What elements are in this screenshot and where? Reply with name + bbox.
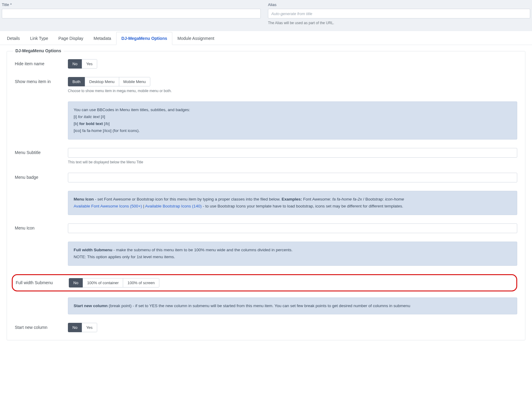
content-wrap: DJ-MegaMenu Options Hide item name No Ye… <box>0 45 532 352</box>
full-width-info-box: Full width Submenu - make the submenu of… <box>68 242 517 266</box>
label-menu-badge: Menu badge <box>15 173 68 180</box>
start-new-col-no[interactable]: No <box>68 323 82 332</box>
title-label: Title * <box>2 2 261 7</box>
title-input[interactable] <box>2 9 261 18</box>
full-width-box-note: NOTE: This option applies only for 1st l… <box>74 254 511 261</box>
alias-field-wrap: Alias The Alias will be used as part of … <box>268 2 530 25</box>
title-field-wrap: Title * <box>2 2 261 25</box>
row-menu-icon: Menu Icon <box>15 223 517 233</box>
label-start-new-column: Start new column <box>15 323 68 330</box>
row-menu-subtitle: Menu Subtitle This text will be displaye… <box>15 148 517 164</box>
alias-hint: The Alias will be used as part of the UR… <box>268 21 530 25</box>
top-fields: Title * Alias The Alias will be used as … <box>0 0 532 31</box>
full-width-group: No 100% of container 100% of screen <box>69 278 159 287</box>
tab-metadata[interactable]: Metadata <box>88 32 116 45</box>
show-in-mobile[interactable]: Mobile Menu <box>119 77 150 86</box>
row-menu-badge: Menu badge <box>15 173 517 182</box>
full-width-container[interactable]: 100% of container <box>83 278 123 287</box>
row-show-menu-item-in: Show menu item in Both Desktop Menu Mobi… <box>15 77 517 93</box>
hide-item-name-no[interactable]: No <box>68 59 82 69</box>
bbcode-line1: You can use BBCodes in Menu item titles,… <box>74 107 511 114</box>
hide-item-name-group: No Yes <box>68 59 97 69</box>
bbcode-line2: [i] for italic text [/i] <box>74 114 511 120</box>
alias-input[interactable] <box>268 9 530 18</box>
menu-icon-input[interactable] <box>68 223 517 233</box>
label-show-menu-item-in: Show menu item in <box>15 77 68 84</box>
tabs-bar: Details Link Type Page Display Metadata … <box>0 32 532 45</box>
tab-module-assignment[interactable]: Module Assignment <box>172 32 219 45</box>
hide-item-name-yes[interactable]: Yes <box>82 59 97 69</box>
label-full-width-submenu: Full width Submenu <box>16 278 69 285</box>
show-in-hint: Choose to show menu item in mega menu, m… <box>68 89 517 93</box>
row-full-width-submenu: Full width Submenu No 100% of container … <box>13 278 510 287</box>
start-new-col-group: No Yes <box>68 323 97 332</box>
menu-subtitle-input[interactable] <box>68 148 517 158</box>
menu-subtitle-hint: This text will be displayed below the Me… <box>68 160 517 164</box>
bbcode-info-box: You can use BBCodes in Menu item titles,… <box>68 101 517 140</box>
tab-page-display[interactable]: Page Display <box>53 32 88 45</box>
row-start-new-column: Start new column No Yes <box>15 323 517 332</box>
full-width-no[interactable]: No <box>69 278 83 287</box>
megamenu-fieldset: DJ-MegaMenu Options Hide item name No Ye… <box>7 51 525 340</box>
show-menu-item-in-group: Both Desktop Menu Mobile Menu <box>68 77 150 86</box>
fieldset-legend: DJ-MegaMenu Options <box>13 48 64 53</box>
label-menu-subtitle: Menu Subtitle <box>15 148 68 155</box>
bbcode-line4: [ico] fa fa-home [/ico] (for font icons)… <box>74 127 511 134</box>
full-width-screen[interactable]: 100% of screen <box>123 278 159 287</box>
bbcode-line3: [b] for bold text [/b] <box>74 120 511 127</box>
start-new-col-info-box: Start new column (break point) - if set … <box>68 297 517 315</box>
menu-icon-info-box: Menu Icon - set Font Awesome or Bootstra… <box>68 191 517 215</box>
show-in-desktop[interactable]: Desktop Menu <box>85 77 119 86</box>
label-hide-item-name: Hide item name <box>15 59 68 66</box>
menu-icon-box-line2: Available Font Awesome Icons (500+) | Av… <box>74 203 511 210</box>
start-new-col-yes[interactable]: Yes <box>82 323 97 332</box>
show-in-both[interactable]: Both <box>68 77 85 86</box>
tab-link-type[interactable]: Link Type <box>25 32 53 45</box>
menu-icon-box-line1: Menu Icon - set Font Awesome or Bootstra… <box>74 196 511 203</box>
highlight-full-width: Full width Submenu No 100% of container … <box>12 274 517 291</box>
full-width-box-line1: Full width Submenu - make the submenu of… <box>74 247 511 254</box>
menu-badge-input[interactable] <box>68 173 517 182</box>
link-bootstrap-icons[interactable]: Available Bootstrap Icons (140) <box>145 204 202 208</box>
tab-details[interactable]: Details <box>2 32 25 45</box>
row-hide-item-name: Hide item name No Yes <box>15 59 517 69</box>
alias-label: Alias <box>268 2 530 7</box>
link-fa-icons[interactable]: Available Font Awesome Icons (500+) <box>74 204 142 208</box>
label-menu-icon: Menu Icon <box>15 223 68 230</box>
tab-dj-megamenu-options[interactable]: DJ-MegaMenu Options <box>116 32 172 45</box>
